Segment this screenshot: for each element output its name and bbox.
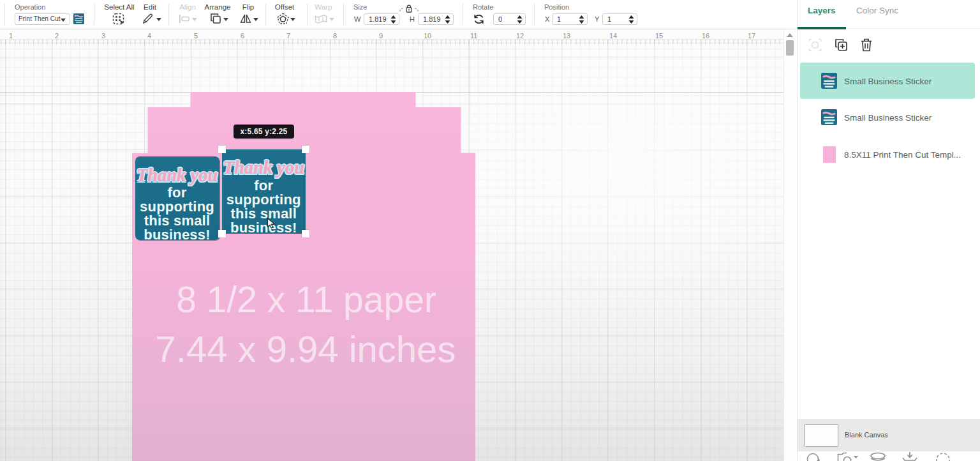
svg-text:8 1/2 x 11 paper: 8 1/2 x 11 paper [176,279,436,320]
svg-text:7.44 x 9.94 inches: 7.44 x 9.94 inches [156,328,456,370]
